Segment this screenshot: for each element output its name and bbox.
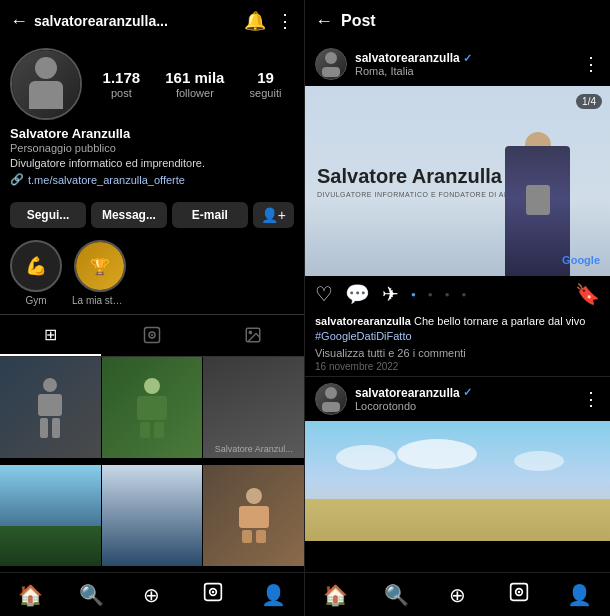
svg-rect-12 [154, 422, 164, 438]
left-topbar: ← salvatorearanzulla... 🔔 ⋮ [0, 0, 304, 42]
svg-rect-16 [256, 530, 266, 543]
following-label: seguiti [250, 87, 282, 99]
svg-rect-13 [246, 488, 262, 504]
post-actions: ♡ 💬 ✈ ● ● ● ● 🔖 [305, 276, 610, 312]
caption-text: salvatorearanzulla Che bello tornare a p… [315, 314, 600, 345]
right-panel: ← Post salvatorearanzulla ✓ Roma, Italia [305, 0, 610, 616]
profile-name: Salvatore Aranzulla [10, 126, 294, 141]
verified-badge: ✓ [463, 52, 472, 65]
more-icon[interactable]: ⋮ [276, 10, 294, 32]
post-topbar: ← Post [305, 0, 610, 42]
story-mystory-image: 🏆 [76, 242, 124, 290]
grid-item-3[interactable]: Salvatore Aranzul... [203, 357, 304, 458]
svg-rect-15 [242, 530, 252, 543]
svg-point-19 [212, 591, 215, 594]
bookmark-icon[interactable]: 🔖 [575, 282, 600, 306]
bell-icon[interactable]: 🔔 [244, 10, 266, 32]
svg-point-22 [325, 387, 337, 399]
grid-item-6[interactable] [203, 465, 304, 566]
left-panel: ← salvatorearanzulla... 🔔 ⋮ 1. [0, 0, 305, 616]
svg-rect-21 [322, 67, 340, 77]
tab-tagged[interactable] [203, 315, 304, 356]
second-post-username[interactable]: salvatorearanzulla ✓ [355, 386, 574, 400]
grid-item-2[interactable] [102, 357, 203, 458]
second-post-more-icon[interactable]: ⋮ [582, 388, 600, 410]
post-caption: salvatorearanzulla Che bello tornare a p… [305, 312, 610, 376]
profile-tabs: ⊞ [0, 314, 304, 357]
right-nav-add-icon[interactable]: ⊕ [427, 583, 488, 607]
story-gym-label: Gym [25, 295, 46, 306]
right-nav-home-icon[interactable]: 🏠 [305, 583, 366, 607]
follow-button[interactable]: Segui... [10, 202, 86, 228]
svg-point-4 [250, 331, 252, 333]
following-count: 19 [257, 69, 274, 86]
avatar [10, 48, 82, 120]
like-icon[interactable]: ♡ [315, 282, 333, 306]
profile-bio: Divulgatore informatico ed imprenditore. [10, 156, 294, 171]
profile-category: Personaggio pubblico [10, 142, 294, 154]
second-post-header: salvatorearanzulla ✓ Locorotondo ⋮ [305, 377, 610, 421]
caption-hashtag[interactable]: #GoogleDatiDiFatto [315, 330, 412, 342]
svg-rect-7 [40, 418, 48, 438]
post-avatar [315, 48, 347, 80]
story-mystory[interactable]: 🏆 La mia storia [72, 240, 128, 306]
gym-icon: 💪 [25, 255, 47, 277]
second-post-user-info: salvatorearanzulla ✓ Locorotondo [355, 386, 574, 412]
action-buttons: Segui... Messag... E-mail 👤+ [0, 194, 304, 232]
tab-reels[interactable] [101, 315, 202, 356]
svg-point-26 [517, 591, 520, 594]
right-bottom-nav: 🏠 🔍 ⊕ 👤 [305, 572, 610, 616]
left-bottom-nav: 🏠 🔍 ⊕ 👤 [0, 572, 304, 616]
google-logo: Google [562, 254, 600, 266]
right-nav-profile-icon[interactable]: 👤 [549, 583, 610, 607]
message-button[interactable]: Messag... [91, 202, 167, 228]
grid-item-4[interactable] [0, 465, 101, 566]
carousel-dot-1: ● [411, 290, 416, 299]
post-user-info: salvatorearanzulla ✓ Roma, Italia [355, 51, 574, 77]
caption-body: Che bello tornare a parlare dal vivo [414, 315, 585, 327]
email-button[interactable]: E-mail [172, 202, 248, 228]
stat-followers[interactable]: 161 mila follower [165, 69, 224, 99]
grid-item-1[interactable] [0, 357, 101, 458]
post-image: Salvatore Aranzulla DIVULGATORE INFORMAT… [305, 86, 610, 276]
share-icon[interactable]: ✈ [382, 282, 399, 306]
link-text[interactable]: t.me/salvatore_aranzulla_offerte [28, 174, 185, 186]
post-more-icon[interactable]: ⋮ [582, 53, 600, 75]
caption-username[interactable]: salvatorearanzulla [315, 315, 411, 327]
back-icon[interactable]: ← [10, 11, 28, 32]
stats-row: 1.178 post 161 mila follower 19 seguiti [90, 69, 294, 99]
svg-rect-9 [144, 378, 160, 394]
add-person-button[interactable]: 👤+ [253, 202, 294, 228]
story-gym[interactable]: 💪 Gym [10, 240, 62, 306]
story-mystory-label: La mia storia [72, 295, 128, 306]
nav-search-icon[interactable]: 🔍 [61, 583, 122, 607]
right-nav-search-icon[interactable]: 🔍 [366, 583, 427, 607]
post-person-figure [505, 146, 570, 276]
nav-reels-icon[interactable] [182, 582, 243, 607]
followers-label: follower [176, 87, 214, 99]
posts-count: 1.178 [103, 69, 141, 86]
story-mystory-circle: 🏆 [74, 240, 126, 292]
post-username[interactable]: salvatorearanzulla ✓ [355, 51, 574, 65]
stat-following[interactable]: 19 seguiti [250, 69, 282, 99]
stat-posts[interactable]: 1.178 post [103, 69, 141, 99]
story-gym-circle: 💪 [10, 240, 62, 292]
view-comments[interactable]: Visualizza tutti e 26 i commenti [315, 347, 600, 359]
grid-item-5[interactable] [102, 465, 203, 566]
right-scroll-area[interactable]: salvatorearanzulla ✓ Roma, Italia ⋮ Salv… [305, 42, 610, 572]
nav-home-icon[interactable]: 🏠 [0, 583, 61, 607]
second-post-avatar [315, 383, 347, 415]
followers-count: 161 mila [165, 69, 224, 86]
post-back-icon[interactable]: ← [315, 11, 333, 32]
profile-link[interactable]: 🔗 t.me/salvatore_aranzulla_offerte [10, 173, 294, 186]
nav-profile-icon[interactable]: 👤 [243, 583, 304, 607]
stories-row: 💪 Gym 🏆 La mia storia [0, 232, 304, 314]
carousel-dot-3: ● [445, 290, 450, 299]
comment-icon[interactable]: 💬 [345, 282, 370, 306]
tab-grid[interactable]: ⊞ [0, 315, 101, 356]
second-post-image [305, 421, 610, 541]
carousel-dot-2: ● [428, 290, 433, 299]
svg-point-2 [151, 334, 153, 336]
nav-add-icon[interactable]: ⊕ [122, 583, 183, 607]
right-nav-reels-icon[interactable] [488, 582, 549, 607]
